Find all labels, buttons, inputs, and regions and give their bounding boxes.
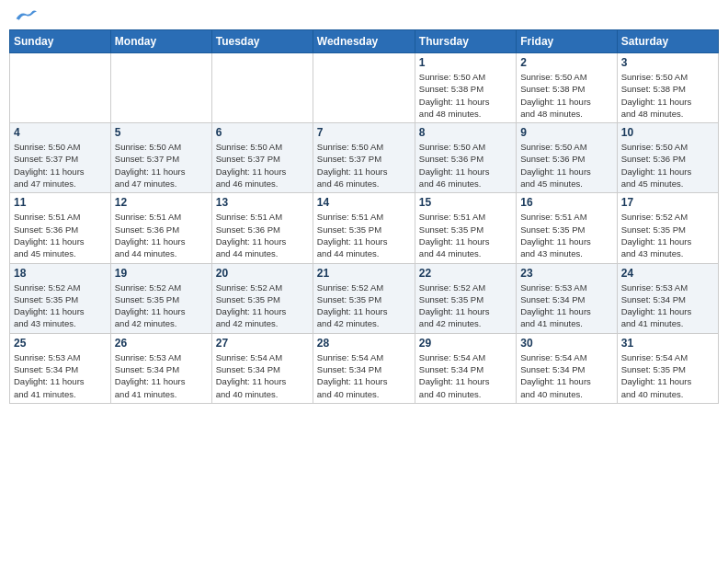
calendar-cell: 4Sunrise: 5:50 AM Sunset: 5:37 PM Daylig… [10,123,111,193]
day-info: Sunrise: 5:51 AM Sunset: 5:36 PM Dayligh… [216,211,309,259]
day-number: 30 [520,337,612,350]
day-info: Sunrise: 5:53 AM Sunset: 5:34 PM Dayligh… [115,351,208,400]
calendar-week-3: 11Sunrise: 5:51 AM Sunset: 5:36 PM Dayli… [10,193,719,263]
day-info: Sunrise: 5:50 AM Sunset: 5:36 PM Dayligh… [520,141,612,190]
calendar-cell: 19Sunrise: 5:52 AM Sunset: 5:35 PM Dayli… [110,263,211,333]
calendar-cell: 22Sunrise: 5:52 AM Sunset: 5:35 PM Dayli… [415,263,516,333]
calendar-week-2: 4Sunrise: 5:50 AM Sunset: 5:37 PM Daylig… [10,123,719,193]
day-number: 1 [419,56,512,69]
weekday-header-row: SundayMondayTuesdayWednesdayThursdayFrid… [10,30,719,53]
day-number: 16 [520,196,612,209]
day-info: Sunrise: 5:52 AM Sunset: 5:35 PM Dayligh… [115,282,208,330]
calendar-cell [211,53,313,123]
day-number: 6 [216,126,309,139]
calendar-cell: 25Sunrise: 5:53 AM Sunset: 5:34 PM Dayli… [10,333,111,403]
day-number: 27 [216,337,309,350]
day-number: 14 [317,196,411,209]
day-number: 3 [621,56,714,69]
calendar-cell: 30Sunrise: 5:54 AM Sunset: 5:34 PM Dayli… [517,333,617,403]
calendar-cell: 29Sunrise: 5:54 AM Sunset: 5:34 PM Dayli… [415,333,516,403]
calendar-cell [313,53,415,123]
calendar-cell [110,53,211,123]
calendar-cell: 14Sunrise: 5:51 AM Sunset: 5:35 PM Dayli… [313,193,415,263]
day-number: 11 [14,196,107,209]
calendar-cell: 8Sunrise: 5:50 AM Sunset: 5:36 PM Daylig… [415,123,516,193]
day-number: 12 [115,196,208,209]
day-info: Sunrise: 5:50 AM Sunset: 5:38 PM Dayligh… [520,71,612,120]
day-info: Sunrise: 5:50 AM Sunset: 5:36 PM Dayligh… [419,141,512,190]
weekday-header-monday: Monday [110,30,211,53]
calendar-cell: 6Sunrise: 5:50 AM Sunset: 5:37 PM Daylig… [211,123,313,193]
calendar-week-5: 25Sunrise: 5:53 AM Sunset: 5:34 PM Dayli… [10,333,719,403]
day-number: 19 [115,267,208,280]
calendar-week-1: 1Sunrise: 5:50 AM Sunset: 5:38 PM Daylig… [10,53,719,123]
day-number: 17 [621,196,714,209]
day-info: Sunrise: 5:54 AM Sunset: 5:34 PM Dayligh… [520,351,612,400]
calendar-cell: 9Sunrise: 5:50 AM Sunset: 5:36 PM Daylig… [517,123,617,193]
weekday-header-tuesday: Tuesday [211,30,313,53]
day-number: 15 [419,196,512,209]
calendar-table: SundayMondayTuesdayWednesdayThursdayFrid… [9,29,719,404]
weekday-header-friday: Friday [517,30,617,53]
calendar-cell: 31Sunrise: 5:54 AM Sunset: 5:35 PM Dayli… [617,333,718,403]
day-number: 31 [621,337,714,350]
day-info: Sunrise: 5:50 AM Sunset: 5:37 PM Dayligh… [14,141,107,190]
day-number: 10 [621,126,714,139]
calendar-cell: 1Sunrise: 5:50 AM Sunset: 5:38 PM Daylig… [415,53,516,123]
day-number: 23 [520,267,612,280]
day-number: 20 [216,267,309,280]
day-info: Sunrise: 5:53 AM Sunset: 5:34 PM Dayligh… [14,351,107,400]
day-number: 18 [14,267,107,280]
calendar-cell: 28Sunrise: 5:54 AM Sunset: 5:34 PM Dayli… [313,333,415,403]
day-info: Sunrise: 5:52 AM Sunset: 5:35 PM Dayligh… [14,282,107,330]
calendar-cell: 11Sunrise: 5:51 AM Sunset: 5:36 PM Dayli… [10,193,111,263]
calendar-cell: 24Sunrise: 5:53 AM Sunset: 5:34 PM Dayli… [617,263,718,333]
day-info: Sunrise: 5:54 AM Sunset: 5:35 PM Dayligh… [621,351,714,400]
day-number: 8 [419,126,512,139]
day-number: 22 [419,267,512,280]
calendar-cell: 21Sunrise: 5:52 AM Sunset: 5:35 PM Dayli… [313,263,415,333]
calendar-cell: 10Sunrise: 5:50 AM Sunset: 5:36 PM Dayli… [617,123,718,193]
page-header [9,9,719,22]
calendar-cell: 18Sunrise: 5:52 AM Sunset: 5:35 PM Dayli… [10,263,111,333]
day-number: 2 [520,56,612,69]
calendar-cell: 17Sunrise: 5:52 AM Sunset: 5:35 PM Dayli… [617,193,718,263]
day-number: 13 [216,196,309,209]
day-number: 7 [317,126,411,139]
day-info: Sunrise: 5:53 AM Sunset: 5:34 PM Dayligh… [520,282,612,330]
calendar-cell: 3Sunrise: 5:50 AM Sunset: 5:38 PM Daylig… [617,53,718,123]
day-info: Sunrise: 5:51 AM Sunset: 5:36 PM Dayligh… [14,211,107,259]
day-info: Sunrise: 5:53 AM Sunset: 5:34 PM Dayligh… [621,282,714,330]
day-info: Sunrise: 5:50 AM Sunset: 5:37 PM Dayligh… [317,141,411,190]
day-info: Sunrise: 5:52 AM Sunset: 5:35 PM Dayligh… [317,282,411,330]
day-info: Sunrise: 5:50 AM Sunset: 5:37 PM Dayligh… [115,141,208,190]
day-number: 24 [621,267,714,280]
calendar-cell [10,53,111,123]
calendar-cell: 26Sunrise: 5:53 AM Sunset: 5:34 PM Dayli… [110,333,211,403]
day-number: 5 [115,126,208,139]
day-info: Sunrise: 5:50 AM Sunset: 5:38 PM Dayligh… [621,71,714,120]
calendar-cell: 12Sunrise: 5:51 AM Sunset: 5:36 PM Dayli… [110,193,211,263]
day-info: Sunrise: 5:54 AM Sunset: 5:34 PM Dayligh… [216,351,309,400]
weekday-header-sunday: Sunday [10,30,111,53]
logo [13,9,37,22]
day-number: 28 [317,337,411,350]
day-info: Sunrise: 5:51 AM Sunset: 5:35 PM Dayligh… [520,211,612,259]
calendar-cell: 5Sunrise: 5:50 AM Sunset: 5:37 PM Daylig… [110,123,211,193]
logo-bird-icon [15,9,37,22]
day-info: Sunrise: 5:50 AM Sunset: 5:38 PM Dayligh… [419,71,512,120]
day-info: Sunrise: 5:52 AM Sunset: 5:35 PM Dayligh… [216,282,309,330]
day-number: 4 [14,126,107,139]
day-number: 9 [520,126,612,139]
weekday-header-saturday: Saturday [617,30,718,53]
day-info: Sunrise: 5:51 AM Sunset: 5:35 PM Dayligh… [419,211,512,259]
weekday-header-wednesday: Wednesday [313,30,415,53]
calendar-cell: 16Sunrise: 5:51 AM Sunset: 5:35 PM Dayli… [517,193,617,263]
day-info: Sunrise: 5:51 AM Sunset: 5:35 PM Dayligh… [317,211,411,259]
day-number: 26 [115,337,208,350]
day-info: Sunrise: 5:54 AM Sunset: 5:34 PM Dayligh… [419,351,512,400]
calendar-cell: 27Sunrise: 5:54 AM Sunset: 5:34 PM Dayli… [211,333,313,403]
weekday-header-thursday: Thursday [415,30,516,53]
day-number: 29 [419,337,512,350]
day-info: Sunrise: 5:52 AM Sunset: 5:35 PM Dayligh… [419,282,512,330]
